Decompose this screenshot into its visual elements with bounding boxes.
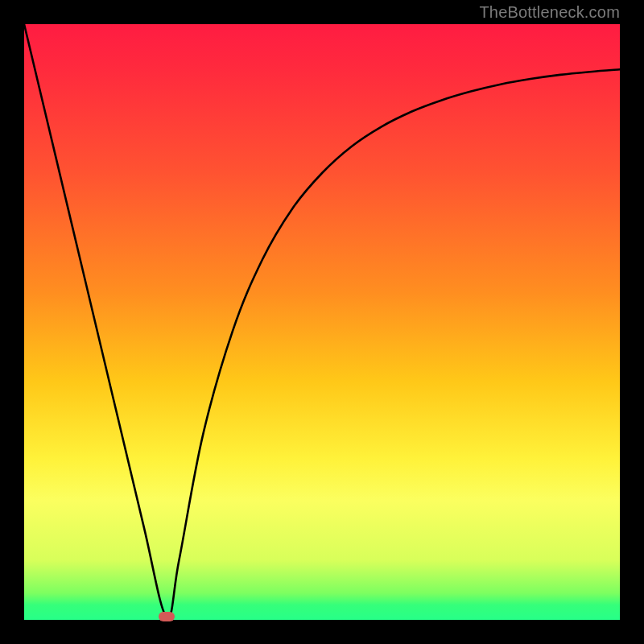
curve-path: [24, 24, 620, 617]
watermark-label: TheBottleneck.com: [479, 3, 620, 22]
chart-frame: TheBottleneck.com: [0, 0, 644, 644]
minimum-marker: [159, 612, 175, 621]
curve-svg: [24, 24, 620, 620]
plot-area: [24, 24, 620, 620]
